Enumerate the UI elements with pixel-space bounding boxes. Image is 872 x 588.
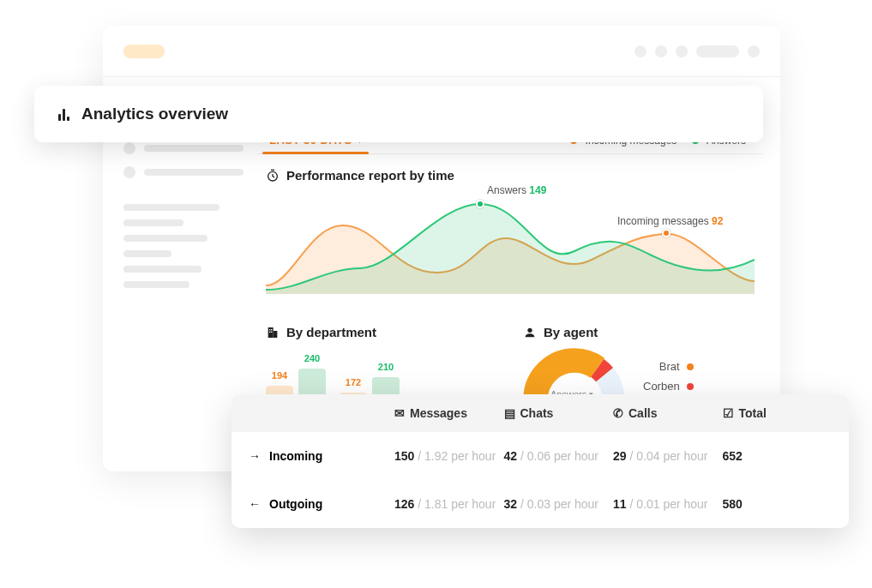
answers-peak-label: Answers 149 xyxy=(487,184,546,196)
row-outgoing: ← Outgoing 126 / 1.81 per hour 32 / 0.03… xyxy=(232,480,849,528)
cell-outgoing-calls: 11 / 0.01 per hour xyxy=(613,497,723,511)
stats-card: ✉ Messages ▤ Chats ✆ Calls ☑ Total → Inc… xyxy=(232,394,849,528)
agent-title: By agent xyxy=(523,325,746,339)
performance-chart: Answers 149 Incoming messages 92 xyxy=(266,191,755,294)
col-messages: ✉ Messages xyxy=(394,406,504,420)
svg-rect-6 xyxy=(271,331,272,332)
page-header-card: Analytics overview xyxy=(34,86,763,142)
row-incoming: → Incoming 150 / 1.92 per hour 42 / 0.06… xyxy=(232,432,849,480)
check-badge-icon: ☑ xyxy=(723,406,734,420)
cell-outgoing-total: 580 xyxy=(723,497,833,511)
page-title: Analytics overview xyxy=(81,105,228,123)
agent-legend-item[interactable]: Brat xyxy=(643,360,694,373)
cell-outgoing-chats: 32 / 0.03 per hour xyxy=(504,497,614,511)
browser-controls xyxy=(634,45,760,57)
answers-peak-dot xyxy=(476,200,484,208)
person-icon xyxy=(523,326,537,339)
svg-rect-4 xyxy=(271,329,272,330)
envelope-icon: ✉ xyxy=(394,406,405,420)
browser-bar xyxy=(103,26,780,77)
col-calls: ✆ Calls xyxy=(613,406,723,420)
col-chats: ▤ Chats xyxy=(504,406,614,420)
svg-rect-5 xyxy=(269,331,270,332)
cell-incoming-total: 652 xyxy=(723,449,833,463)
row-label-outgoing: ← Outgoing xyxy=(249,497,394,511)
department-title: By department xyxy=(266,325,489,339)
dot-icon xyxy=(687,363,694,370)
arrow-left-icon: ← xyxy=(249,497,261,511)
cell-incoming-calls: 29 / 0.04 per hour xyxy=(613,449,723,463)
agent-legend-item[interactable]: Corben xyxy=(643,380,694,393)
arrow-right-icon: → xyxy=(249,449,261,463)
building-icon xyxy=(266,326,280,339)
stats-header: ✉ Messages ▤ Chats ✆ Calls ☑ Total xyxy=(232,394,849,432)
row-label-incoming: → Incoming xyxy=(249,449,394,463)
svg-rect-3 xyxy=(269,329,270,330)
clock-icon xyxy=(266,169,280,183)
col-total: ☑ Total xyxy=(723,406,833,420)
cell-incoming-chats: 42 / 0.06 per hour xyxy=(504,449,614,463)
browser-url-pill xyxy=(123,45,165,58)
svg-rect-1 xyxy=(268,327,274,338)
cell-outgoing-messages: 126 / 1.81 per hour xyxy=(394,497,504,511)
incoming-peak-dot xyxy=(662,229,671,237)
cell-incoming-messages: 150 / 1.92 per hour xyxy=(394,449,504,463)
svg-point-7 xyxy=(527,327,532,332)
performance-title: Performance report by time xyxy=(266,168,755,183)
phone-icon: ✆ xyxy=(613,406,623,420)
svg-rect-2 xyxy=(274,331,278,338)
incoming-peak-label: Incoming messages 92 xyxy=(617,215,723,227)
analytics-icon xyxy=(58,107,69,121)
dot-icon xyxy=(687,383,694,390)
chat-icon: ▤ xyxy=(504,406,515,420)
